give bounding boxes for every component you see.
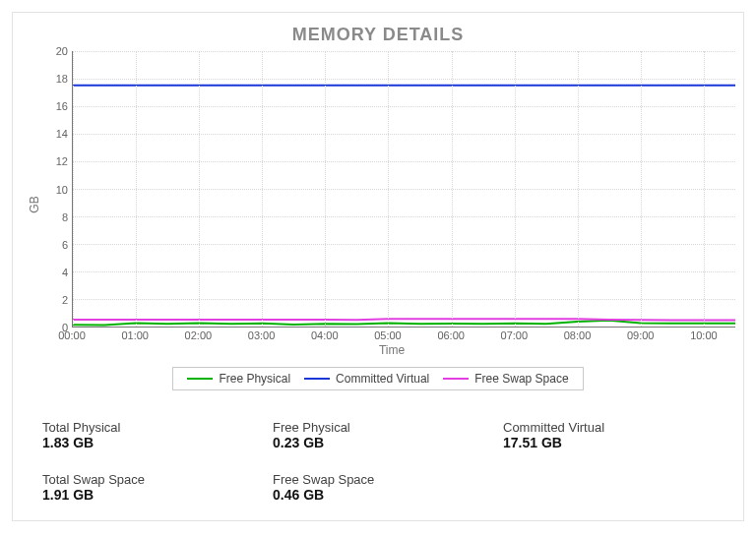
stat: Free Physical0.23 GB bbox=[273, 420, 483, 450]
legend-item[interactable]: Free Physical bbox=[187, 372, 290, 386]
gridline-v bbox=[136, 51, 137, 327]
x-tick: 06:00 bbox=[437, 329, 465, 341]
stat-label: Free Physical bbox=[273, 420, 483, 435]
x-axis-ticks: 00:0001:0002:0003:0004:0005:0006:0007:00… bbox=[72, 328, 735, 343]
gridline-h bbox=[73, 271, 735, 272]
x-tick: 08:00 bbox=[564, 329, 592, 341]
gridline-h bbox=[73, 299, 735, 300]
gridline-v bbox=[262, 51, 263, 327]
gridline-v bbox=[388, 51, 389, 327]
y-axis-label: GB bbox=[28, 196, 41, 212]
stat: Total Swap Space1.91 GB bbox=[42, 472, 253, 503]
legend-swatch bbox=[304, 378, 330, 380]
gridline-v bbox=[641, 51, 642, 327]
x-axis-label: Time bbox=[48, 343, 735, 357]
stat-value: 17.51 GB bbox=[503, 435, 714, 450]
x-tick: 10:00 bbox=[690, 329, 718, 341]
plot[interactable] bbox=[72, 51, 735, 328]
stat-value: 0.23 GB bbox=[273, 435, 483, 450]
x-tick: 02:00 bbox=[185, 329, 213, 341]
stat-label: Free Swap Space bbox=[273, 472, 483, 487]
y-tick: 18 bbox=[56, 73, 68, 85]
y-tick: 8 bbox=[62, 211, 68, 223]
gridline-v bbox=[452, 51, 453, 327]
legend-item[interactable]: Committed Virtual bbox=[304, 372, 429, 386]
gridline-h bbox=[73, 106, 735, 107]
stat-value: 1.91 GB bbox=[42, 487, 253, 503]
y-tick: 4 bbox=[62, 267, 68, 278]
chart-column: 02468101214161820 00:0001:0002:0003:0004… bbox=[48, 51, 735, 357]
legend-swatch bbox=[187, 378, 213, 380]
gridline-v bbox=[704, 51, 705, 327]
y-tick: 20 bbox=[56, 45, 68, 57]
chart-row: 02468101214161820 bbox=[48, 51, 735, 328]
x-tick: 09:00 bbox=[627, 329, 655, 341]
gridline-h bbox=[73, 216, 735, 217]
stat: Committed Virtual17.51 GB bbox=[503, 420, 714, 450]
series-line bbox=[73, 321, 735, 326]
gridline-h bbox=[73, 244, 735, 245]
y-tick: 12 bbox=[56, 155, 68, 167]
legend-label: Committed Virtual bbox=[336, 372, 429, 386]
memory-stats: Total Physical1.83 GBFree Physical0.23 G… bbox=[42, 420, 714, 503]
x-tick-row: 00:0001:0002:0003:0004:0005:0006:0007:00… bbox=[48, 328, 735, 343]
y-tick: 14 bbox=[56, 128, 68, 140]
gridline-h bbox=[73, 134, 735, 135]
legend-label: Free Physical bbox=[219, 372, 290, 386]
y-axis-ticks: 02468101214161820 bbox=[48, 51, 72, 328]
gridline-v bbox=[199, 51, 200, 327]
stat-label: Committed Virtual bbox=[503, 420, 714, 435]
gridline-h bbox=[73, 189, 735, 190]
legend-label: Free Swap Space bbox=[474, 372, 568, 386]
y-tick: 2 bbox=[62, 294, 68, 306]
x-tick: 07:00 bbox=[501, 329, 529, 341]
memory-details-panel: MEMORY DETAILS GB 02468101214161820 00:0… bbox=[12, 12, 744, 521]
stat-label: Total Swap Space bbox=[42, 472, 253, 487]
stat-label: Total Physical bbox=[42, 420, 253, 435]
y-axis-caption: GB bbox=[21, 51, 48, 357]
x-tick: 01:00 bbox=[121, 329, 149, 341]
stat: Total Physical1.83 GB bbox=[42, 420, 253, 450]
gridline-v bbox=[515, 51, 516, 327]
series-line bbox=[73, 319, 735, 320]
y-tick: 16 bbox=[56, 100, 68, 112]
stat-value: 0.46 GB bbox=[273, 487, 483, 503]
y-tick: 10 bbox=[56, 184, 68, 196]
legend: Free PhysicalCommitted VirtualFree Swap … bbox=[172, 367, 583, 390]
gridline-h bbox=[73, 161, 735, 162]
x-tick: 03:00 bbox=[248, 329, 276, 341]
panel-title: MEMORY DETAILS bbox=[13, 25, 743, 45]
x-tick: 05:00 bbox=[374, 329, 402, 341]
gridline-v bbox=[578, 51, 579, 327]
legend-swatch bbox=[443, 378, 469, 380]
gridline-v bbox=[325, 51, 326, 327]
legend-wrap: Free PhysicalCommitted VirtualFree Swap … bbox=[13, 367, 743, 390]
y-tick: 6 bbox=[62, 239, 68, 251]
x-tick: 04:00 bbox=[311, 329, 339, 341]
gridline-h bbox=[73, 79, 735, 80]
stat: Free Swap Space0.46 GB bbox=[273, 472, 483, 503]
chart-area: GB 02468101214161820 00:0001:0002:0003:0… bbox=[13, 51, 743, 357]
x-tick: 00:00 bbox=[58, 329, 86, 341]
gridline-v bbox=[73, 51, 74, 327]
gridline-h bbox=[73, 51, 735, 52]
legend-item[interactable]: Free Swap Space bbox=[443, 372, 568, 386]
stat-value: 1.83 GB bbox=[42, 435, 253, 450]
